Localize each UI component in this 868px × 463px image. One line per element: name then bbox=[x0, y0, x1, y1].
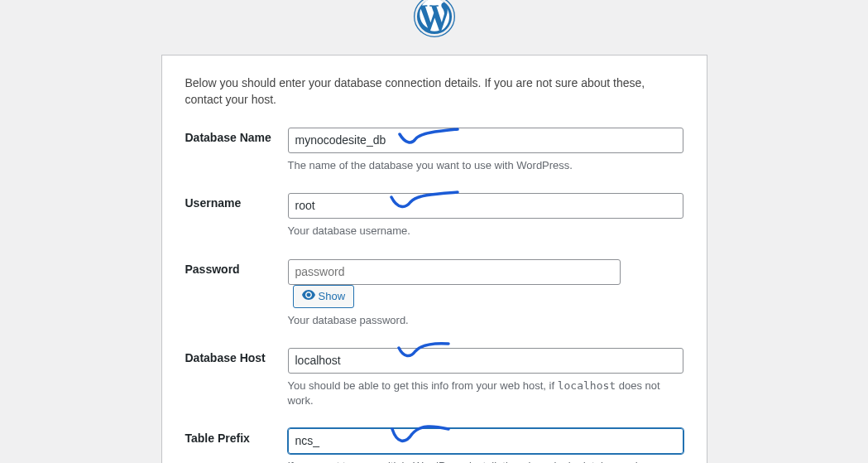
show-password-button[interactable]: Show bbox=[293, 285, 355, 308]
help-dbhost: You should be able to get this info from… bbox=[288, 379, 683, 408]
input-username[interactable] bbox=[288, 193, 683, 219]
logo-container bbox=[0, 0, 868, 40]
setup-card: Below you should enter your database con… bbox=[161, 55, 707, 463]
label-dbname: Database Name bbox=[185, 128, 288, 144]
help-username: Your database username. bbox=[288, 224, 683, 239]
label-username: Username bbox=[185, 193, 288, 210]
label-dbhost: Database Host bbox=[185, 348, 288, 364]
row-dbname: Database Name The name of the database y… bbox=[185, 128, 683, 173]
input-prefix[interactable] bbox=[288, 428, 683, 454]
help-dbname: The name of the database you want to use… bbox=[288, 158, 683, 173]
row-password: Password Show Your database password. bbox=[185, 259, 683, 328]
help-password: Your database password. bbox=[288, 313, 683, 328]
help-prefix: If you want to run multiple WordPress in… bbox=[288, 459, 683, 463]
input-dbhost[interactable] bbox=[288, 348, 683, 374]
row-dbhost: Database Host You should be able to get … bbox=[185, 348, 683, 408]
label-password: Password bbox=[185, 259, 288, 276]
eye-icon bbox=[302, 290, 315, 302]
row-username: Username Your database username. bbox=[185, 193, 683, 239]
label-prefix: Table Prefix bbox=[185, 428, 288, 445]
input-password[interactable] bbox=[288, 259, 621, 285]
input-dbname[interactable] bbox=[288, 128, 683, 153]
row-prefix: Table Prefix If you want to run multiple… bbox=[185, 428, 683, 463]
show-password-label: Show bbox=[319, 290, 346, 302]
wordpress-logo-icon bbox=[403, 0, 466, 40]
intro-text: Below you should enter your database con… bbox=[185, 75, 683, 108]
